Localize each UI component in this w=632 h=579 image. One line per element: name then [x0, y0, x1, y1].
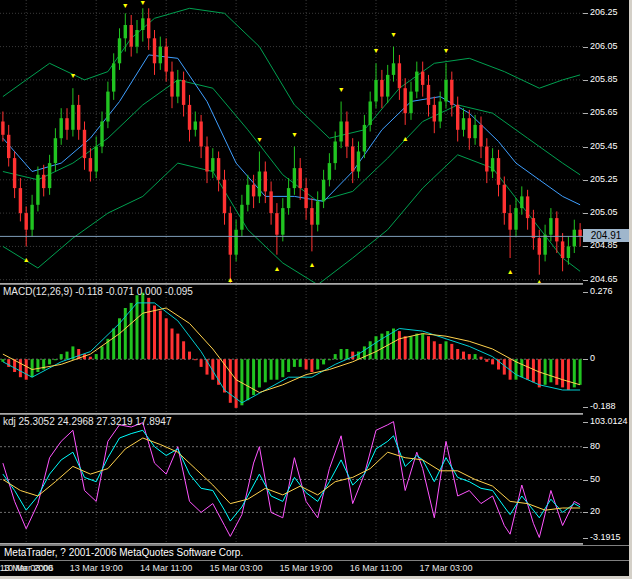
fractal-down-arrow: ▼ [139, 0, 146, 6]
current-price-badge: 204.91 [583, 229, 629, 242]
time-label: 14 Mar 11:00 [132, 563, 200, 573]
metatrader-window: ▼▼▼▼▼▼▼▼▼▲▲▲▲▲▲▲ MACD(12,26,9) -0.118 -0… [0, 0, 632, 579]
kdj-axis-label: -3.1915 [590, 532, 621, 542]
scale-tick [583, 480, 588, 481]
price-label: 205.25 [590, 174, 618, 184]
scale-tick [583, 47, 588, 48]
time-label: 17 Mar 03:00 [412, 563, 480, 573]
scale-tick [583, 447, 588, 448]
scale-tick [583, 407, 588, 408]
kdj-axis-label: 103.0124 [590, 416, 628, 426]
scale-tick [583, 213, 588, 214]
fractal-down-arrow: ▼ [443, 47, 450, 54]
time-label: 16 Mar 11:00 [342, 563, 410, 573]
macd-plot[interactable] [0, 285, 583, 413]
scale-tick [583, 292, 588, 293]
price-label: 204.65 [590, 274, 618, 284]
scale-tick [583, 538, 588, 539]
kdj-panel: kdj 25.3052 24.2968 27.3219 17.8947 [0, 415, 583, 543]
price-label: 205.05 [590, 207, 618, 217]
time-label: 15 Mar 19:00 [272, 563, 340, 573]
kdj-plot[interactable] [0, 415, 583, 543]
main-chart-plot[interactable]: ▼▼▼▼▼▼▼▼▼▲▲▲▲▲▲▲ [0, 0, 583, 283]
fractal-up-arrow: ▲ [23, 256, 30, 263]
price-label: 205.45 [590, 141, 618, 151]
scale-tick [583, 359, 588, 360]
macd-axis-label: 0.276 [590, 286, 613, 296]
time-label: 15 Mar 03:00 [202, 563, 270, 573]
kdj-axis-label: 80 [590, 441, 600, 451]
fractal-down-arrow: ▼ [390, 31, 397, 38]
scale-tick [583, 280, 588, 281]
status-bar: MetaTrader, ? 2001-2006 MetaQuotes Softw… [0, 545, 629, 561]
kdj-axis-label: 50 [590, 474, 600, 484]
macd-axis-label: 0 [590, 353, 595, 363]
scale-tick [583, 147, 588, 148]
scale-tick [583, 422, 588, 423]
fractal-down-arrow: ▼ [291, 131, 298, 138]
fractal-down-arrow: ▼ [69, 72, 76, 79]
price-label: 205.65 [590, 107, 618, 117]
fractal-up-arrow: ▲ [227, 276, 234, 283]
scale-tick [583, 113, 588, 114]
price-label: 206.25 [590, 7, 618, 17]
main-chart-panel: ▼▼▼▼▼▼▼▼▼▲▲▲▲▲▲▲ [0, 0, 583, 283]
time-axis[interactable]: 10 Mar 200613 Mar 03:0013 Mar 19:0014 Ma… [0, 561, 629, 576]
macd-axis-label: -0.188 [590, 401, 616, 411]
fractal-down-arrow: ▼ [338, 86, 345, 93]
scale-tick [583, 512, 588, 513]
fractal-up-arrow: ▲ [507, 268, 514, 275]
fractal-down-arrow: ▼ [373, 47, 380, 54]
macd-panel: MACD(12,26,9) -0.118 -0.071 0.000 -0.095 [0, 285, 583, 413]
time-label: 13 Mar 19:00 [62, 563, 130, 573]
price-scale[interactable]: 206.25206.05205.85205.65205.45205.25205.… [583, 0, 629, 576]
fractal-up-arrow: ▲ [308, 261, 315, 268]
fractal-up-arrow: ▲ [273, 265, 280, 272]
fractal-up-arrow: ▲ [402, 135, 409, 142]
scale-tick [583, 13, 588, 14]
scale-tick [583, 80, 588, 81]
price-label: 206.05 [590, 41, 618, 51]
fractal-down-arrow: ▼ [256, 136, 263, 143]
scale-tick [583, 246, 588, 247]
price-label: 205.85 [590, 74, 618, 84]
fractal-down-arrow: ▼ [122, 2, 129, 9]
kdj-axis-label: 20 [590, 506, 600, 516]
time-label: 13 Mar 03:00 [0, 563, 60, 573]
status-text: MetaTrader, ? 2001-2006 MetaQuotes Softw… [4, 547, 243, 558]
scale-tick [583, 180, 588, 181]
